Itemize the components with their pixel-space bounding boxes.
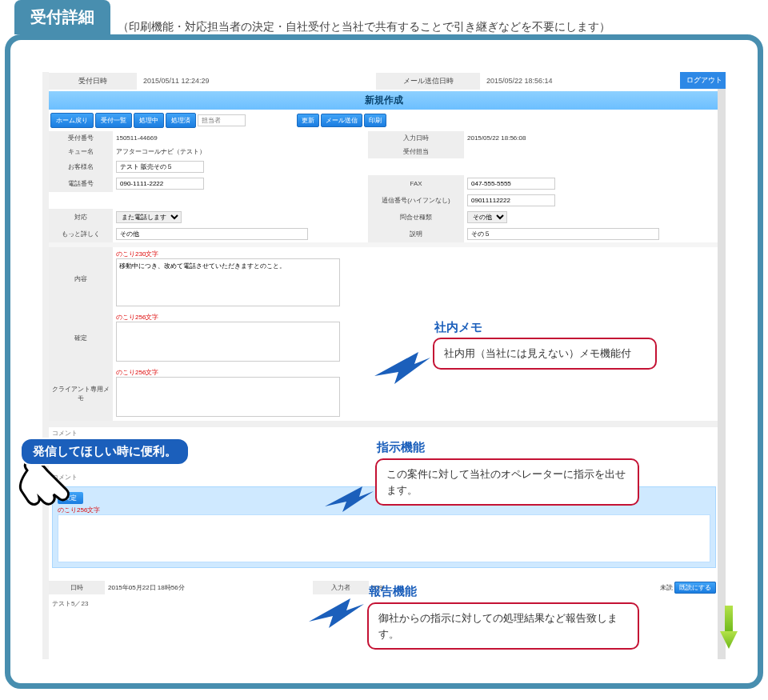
confirm-textarea[interactable] — [116, 322, 340, 362]
inq-type-select[interactable]: その他 — [467, 211, 507, 223]
done-button[interactable]: 処理済 — [166, 113, 196, 128]
callback-label: 通信番号(ハイフンなし) — [368, 192, 464, 209]
svg-marker-2 — [309, 598, 364, 628]
comment-hint: のこり256文字 — [58, 506, 710, 514]
list-button[interactable]: 受付一覧 — [95, 113, 132, 128]
header-dates-row: 受付日時 2015/05/11 12:24:29 メール送信日時 2015/05… — [49, 72, 719, 90]
action-bar: ホーム戻り 受付一覧 処理中 処理済 更新 メール送信 印刷 — [49, 110, 719, 131]
queue-label: キュー名 — [49, 145, 113, 158]
cmt-inputter-label: 入力者 — [313, 581, 369, 594]
mail-date-label: メール送信日時 — [376, 73, 480, 90]
page-title-tab: 受付詳細 — [14, 0, 110, 34]
confirm-hint: のこり256文字 — [116, 314, 158, 321]
create-banner: 新規作成 — [49, 91, 719, 110]
handle-select[interactable]: また電話します — [116, 211, 182, 223]
arrow-memo-icon — [370, 348, 434, 388]
agent-value — [464, 145, 719, 158]
callout-memo: 社内用（当社には見えない）メモ機能付 — [433, 338, 657, 370]
mark-read-button[interactable]: 既読にする — [674, 582, 716, 594]
recv-date-label: 受付日時 — [49, 73, 137, 90]
customer-label: お客様名 — [49, 158, 113, 175]
customer-input[interactable] — [116, 161, 204, 173]
arrow-inst-icon — [322, 484, 378, 516]
more-input[interactable] — [116, 228, 308, 240]
logout-button[interactable]: ログアウト — [680, 72, 726, 89]
callout-inst-title: 指示機能 — [377, 440, 425, 455]
inq-type-label: 問合せ種類 — [368, 209, 464, 226]
mail-button[interactable]: メール送信 — [321, 114, 362, 127]
client-memo-textarea[interactable] — [116, 377, 340, 417]
print-button[interactable]: 印刷 — [364, 114, 386, 127]
svg-marker-4 — [720, 631, 738, 649]
queue-value: アフターコールナビ（テスト） — [113, 145, 368, 158]
scrollbar[interactable] — [718, 72, 726, 659]
scroll-down-arrow-icon — [720, 606, 738, 650]
content-label: 内容 — [49, 247, 113, 310]
callback-input[interactable] — [467, 194, 555, 206]
content-hint: のこり230文字 — [116, 250, 158, 258]
arrow-rep-icon — [306, 596, 370, 632]
phone-input[interactable] — [116, 178, 204, 190]
agent-label: 受付担当 — [368, 145, 464, 158]
confirm-label: 確定 — [49, 310, 113, 366]
svg-marker-1 — [325, 486, 374, 512]
callout-memo-title: 社内メモ — [434, 320, 482, 335]
processing-button[interactable]: 処理中 — [134, 113, 164, 128]
callout-pill: 発信してほしい時に便利。 — [20, 438, 190, 466]
content-textarea[interactable] — [116, 258, 340, 306]
phone-label: 電話番号 — [49, 175, 113, 192]
callout-rep: 御社からの指示に対しての処理結果など報告致します。 — [367, 602, 639, 650]
client-memo-label: クライアント専用メモ — [49, 366, 113, 421]
handle-label: 対応 — [49, 209, 113, 226]
cmt-date-label: 日時 — [49, 581, 105, 594]
fax-input[interactable] — [467, 178, 555, 190]
update-button[interactable]: 更新 — [297, 114, 319, 127]
fax-label: FAX — [368, 175, 464, 192]
cmt-date-value: 2015年05月22日 18時56分 — [105, 581, 313, 594]
callout-rep-title: 報告機能 — [369, 584, 417, 599]
callout-inst: この案件に対して当社のオペレーターに指示を出せます。 — [375, 458, 639, 506]
page-subtitle: （印刷機能・対応担当者の決定・自社受付と当社で共有することで引き継ぎなどを不要に… — [118, 20, 610, 34]
svg-rect-3 — [725, 606, 733, 633]
assignee-input[interactable] — [198, 114, 246, 126]
unread-label: 未読 — [660, 584, 673, 591]
recv-no-label: 受付番号 — [49, 131, 113, 145]
client-memo-hint: のこり256文字 — [116, 369, 158, 376]
recv-no-value: 150511-44669 — [113, 131, 368, 145]
home-button[interactable]: ホーム戻り — [50, 113, 94, 128]
recv-date-value: 2015/05/11 12:24:29 — [137, 74, 376, 88]
desc-input[interactable] — [467, 228, 659, 240]
svg-marker-0 — [374, 352, 430, 384]
input-dt-label: 入力日時 — [368, 131, 464, 145]
desc-label: 説明 — [368, 226, 464, 242]
comment-textarea[interactable] — [58, 514, 710, 562]
more-label: もっと詳しく — [49, 226, 113, 242]
input-dt-value: 2015/05/22 18:56:08 — [464, 131, 719, 145]
